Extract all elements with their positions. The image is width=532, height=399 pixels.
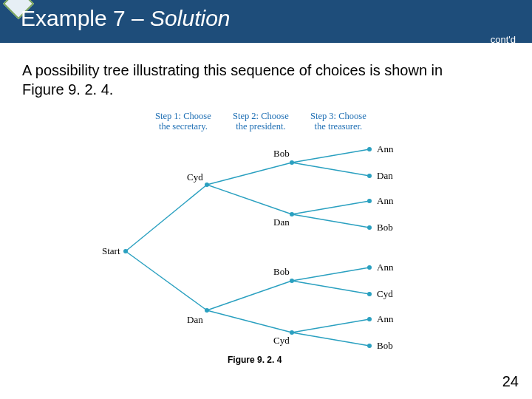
- leaf-ann-3: Ann: [377, 262, 393, 273]
- body-paragraph: A possibility tree illustrating this seq…: [22, 61, 466, 99]
- slide-title: Example 7 – Solution: [21, 6, 231, 31]
- svg-point-25: [367, 265, 372, 270]
- svg-point-23: [367, 199, 372, 203]
- node-start: Start: [102, 245, 120, 257]
- node-l2-cyd-1: Cyd: [273, 335, 290, 347]
- svg-line-5: [207, 310, 292, 332]
- svg-line-3: [207, 185, 292, 214]
- slide: Example 7 – Solution cont'd A possibilit…: [0, 0, 532, 399]
- leaf-bob-1: Bob: [377, 222, 393, 233]
- svg-line-0: [126, 185, 207, 251]
- node-l2-bob-2: Bob: [273, 266, 290, 278]
- svg-point-26: [367, 292, 372, 296]
- title-prefix: Example 7 –: [21, 6, 150, 30]
- svg-point-21: [367, 147, 372, 151]
- svg-line-1: [126, 251, 207, 310]
- leaf-dan-1: Dan: [377, 170, 393, 182]
- leaf-ann-2: Ann: [377, 195, 393, 207]
- svg-line-9: [292, 214, 369, 228]
- svg-point-17: [290, 160, 294, 165]
- svg-line-4: [207, 281, 292, 310]
- svg-line-10: [292, 267, 369, 281]
- svg-line-2: [207, 163, 292, 185]
- svg-point-24: [367, 225, 372, 230]
- node-l1-cyd: Cyd: [187, 171, 203, 183]
- figure-caption: Figure 9. 2. 4: [228, 355, 282, 365]
- svg-point-18: [290, 212, 294, 216]
- node-l2-bob-1: Bob: [273, 148, 290, 160]
- svg-point-28: [367, 344, 372, 348]
- svg-line-12: [292, 319, 369, 332]
- leaf-bob-2: Bob: [377, 340, 393, 352]
- continued-label: cont'd: [491, 34, 516, 45]
- svg-line-11: [292, 281, 369, 294]
- possibility-tree-diagram: Step 1: Choose the secretary. Step 2: Ch…: [89, 111, 443, 362]
- svg-point-16: [205, 308, 209, 313]
- svg-line-6: [292, 149, 369, 163]
- svg-line-7: [292, 163, 369, 176]
- title-bar: Example 7 – Solution cont'd: [0, 0, 532, 43]
- svg-line-13: [292, 332, 369, 346]
- svg-point-14: [123, 249, 128, 253]
- svg-point-20: [290, 330, 294, 335]
- leaf-cyd-1: Cyd: [377, 288, 393, 300]
- title-emphasis: Solution: [150, 6, 230, 30]
- page-number: 24: [502, 373, 519, 390]
- leaf-ann-1: Ann: [377, 143, 393, 155]
- svg-point-22: [367, 174, 372, 178]
- node-l2-dan-1: Dan: [273, 216, 290, 228]
- svg-point-19: [290, 279, 294, 283]
- svg-point-15: [205, 183, 209, 187]
- svg-point-27: [367, 317, 372, 321]
- leaf-ann-4: Ann: [377, 313, 393, 325]
- svg-line-8: [292, 201, 369, 214]
- node-l1-dan: Dan: [187, 314, 203, 326]
